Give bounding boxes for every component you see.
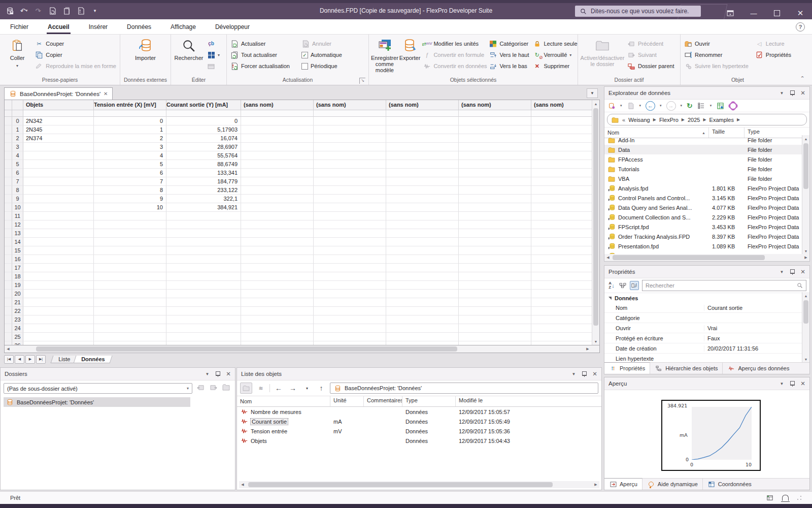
cell-empty[interactable] [314,255,386,264]
cell-tension[interactable] [94,333,166,341]
copy-button[interactable]: Copier [33,50,118,59]
pin-icon[interactable] [582,371,586,377]
cell-courant[interactable] [166,212,241,220]
cell-empty[interactable] [531,246,592,255]
cell-empty[interactable] [531,117,592,125]
rename-button[interactable]: Renommer [683,50,753,59]
breadcrumb[interactable]: « Weisang▶FlexPro▶2025▶Examples▶ [607,114,807,125]
convert-to-formula-button[interactable]: ƒConvertir en formule [421,50,486,59]
grid-row[interactable]: 21 [5,298,592,307]
property-value[interactable]: 20/02/2017 11:31:56 [704,345,809,352]
cell-empty[interactable] [241,195,314,203]
properties-search-input[interactable]: Rechercher [642,280,806,291]
cell-objets[interactable] [23,281,94,290]
grid-row[interactable]: 77184,779 [5,177,592,186]
cell-empty[interactable] [531,169,592,177]
property-row[interactable]: OuvrirVrai [604,323,809,333]
cell-empty[interactable] [314,177,386,186]
cell-empty[interactable] [459,220,531,229]
cell-tension[interactable]: 1 [94,125,166,134]
cell-empty[interactable] [386,177,459,186]
cell-empty[interactable] [241,151,314,160]
cell-empty[interactable] [386,143,459,151]
cell-objets[interactable] [23,229,94,238]
cell-empty[interactable] [459,307,531,315]
grid-row[interactable]: 99322,1 [5,195,592,203]
cell-empty[interactable] [241,324,314,333]
cell-empty[interactable] [241,246,314,255]
cell-courant[interactable]: 16,074 [166,134,241,143]
cell-courant[interactable] [166,290,241,298]
file-row[interactable]: VBAFile folder [604,174,802,183]
cell-tension[interactable] [94,281,166,290]
close-panel-icon[interactable]: ✕ [800,380,805,387]
grid-row[interactable]: 02N34200 [5,117,592,125]
cell-objets[interactable] [23,298,94,307]
cell-tension[interactable] [94,212,166,220]
breadcrumb-item[interactable]: FlexPro [659,117,679,123]
cell-empty[interactable] [386,315,459,324]
cell-empty[interactable] [314,151,386,160]
cell-empty[interactable] [314,212,386,220]
view-mode-button[interactable]: ▾ [206,50,221,59]
tab-aide-dynamique[interactable]: Aide dynamique [642,479,703,490]
cell-empty[interactable] [531,220,592,229]
cell-objets[interactable] [23,212,94,220]
row-select-cell[interactable] [5,229,12,238]
row-select-cell[interactable] [5,264,12,272]
sort-az-icon[interactable]: AZ↓ [607,281,616,290]
folder-back-icon[interactable] [197,384,205,391]
cell-courant[interactable] [166,281,241,290]
grid-row[interactable]: 22 [5,307,592,315]
file-row[interactable]: Data Query and Series Anal...4.077 KBFle… [604,203,802,212]
prev-sheet-icon[interactable]: ◀ [15,355,24,364]
cell-empty[interactable] [531,315,592,324]
row-select-cell[interactable] [5,324,12,333]
grid-row[interactable]: 26 [5,341,592,345]
grid-header-objets[interactable]: Objets [23,100,94,110]
property-group-donnees[interactable]: Données [604,293,809,303]
file-row[interactable]: Add-InFile folder [604,135,802,145]
expand-all-icon[interactable]: ≋ [255,383,266,393]
row-select-cell[interactable] [5,333,12,341]
cell-tension[interactable] [94,229,166,238]
back-icon[interactable]: ← [273,383,284,393]
cell-empty[interactable] [241,272,314,281]
paste-button[interactable]: Coller▾ [2,36,32,75]
database-settings-icon[interactable] [607,102,616,110]
cell-empty[interactable] [531,264,592,272]
grid-row[interactable]: 11 [5,212,592,220]
cell-empty[interactable] [459,264,531,272]
properties-button[interactable]: Propriétés [754,50,793,59]
automatic-checkbox[interactable]: ✓Automatique [300,50,344,59]
scroll-down-icon[interactable]: ▼ [802,356,809,363]
row-select-cell[interactable] [5,186,12,195]
tab-coordonnees[interactable]: Coordonnées [703,479,756,490]
cell-empty[interactable] [531,195,592,203]
cell-empty[interactable] [241,238,314,246]
dialog-launcher-icon[interactable]: ↘ [359,78,365,84]
property-row[interactable]: Protégé en écritureFaux [604,333,809,343]
row-select-cell[interactable] [5,151,12,160]
properties-vscrollbar[interactable]: ▲ ▼ [802,292,809,363]
cell-empty[interactable] [459,238,531,246]
undo-refresh-button[interactable]: Annuler [300,39,344,48]
tab-hierarchie[interactable]: Hiérarchie des objets [650,363,723,374]
ribbon-collapse-icon[interactable]: ⌃ [795,35,810,85]
row-select-cell[interactable] [5,272,12,281]
cell-objets[interactable] [23,143,94,151]
cell-courant[interactable] [166,264,241,272]
cell-empty[interactable] [314,315,386,324]
grid-row[interactable]: 88233,122 [5,186,592,195]
cell-empty[interactable] [241,307,314,315]
cell-empty[interactable] [241,186,314,195]
cell-empty[interactable] [531,272,592,281]
convert-to-data-button[interactable]: Convertir en données [421,61,486,71]
document-tab[interactable]: BaseDonnéesProjet: 'Données' ✕ [4,87,113,100]
file-row[interactable]: Order Tracking Analysis.FPD8.397 KBFlexP… [604,232,802,241]
explorer-hscrollbar[interactable]: ◀ ▶ [604,254,809,261]
row-select-cell[interactable] [5,134,12,143]
cell-objets[interactable] [23,315,94,324]
locked-button[interactable]: ↻⊘Verrouillé▾ [531,50,579,59]
cell-empty[interactable] [531,238,592,246]
